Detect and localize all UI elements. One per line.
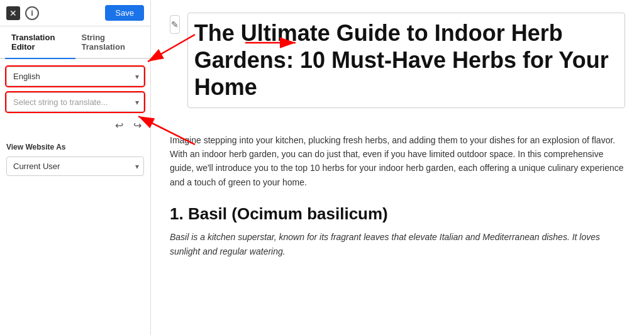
save-button[interactable]: Save [105, 5, 144, 21]
redo-button[interactable]: ↪ [131, 118, 144, 133]
section1-body: Basil is a kitchen superstar, known for … [170, 230, 625, 258]
undo-redo-bar: ↩ ↪ [6, 118, 144, 133]
string-select-wrapper: Select string to translate... [6, 92, 144, 112]
panel-body: English Spanish French German Italian Se… [0, 59, 150, 335]
view-website-as-section: View Website As Current User Visitor Adm… [6, 143, 144, 176]
top-bar-left: ✕ i [6, 6, 39, 20]
language-select[interactable]: English Spanish French German Italian [6, 67, 144, 86]
close-button[interactable]: ✕ [6, 6, 20, 20]
tabs-container: Translation Editor String Translation [0, 26, 150, 59]
view-website-as-label: View Website As [6, 143, 144, 151]
edit-title-button[interactable]: ✎ [170, 15, 180, 34]
view-as-select[interactable]: Current User Visitor Admin [6, 157, 144, 176]
right-content: ✎ The Ultimate Guide to Indoor Herb Gard… [151, 0, 644, 335]
section1-heading: 1. Basil (Ocimum basilicum) [170, 204, 625, 224]
title-block: ✎ The Ultimate Guide to Indoor Herb Gard… [170, 13, 625, 121]
tab-translation-editor[interactable]: Translation Editor [5, 26, 75, 59]
article-title: The Ultimate Guide to Indoor Herb Garden… [187, 13, 625, 108]
undo-button[interactable]: ↩ [113, 118, 126, 133]
info-button[interactable]: i [25, 6, 39, 20]
view-as-select-wrapper: Current User Visitor Admin [6, 157, 144, 176]
article-intro: Imagine stepping into your kitchen, pluc… [170, 133, 625, 190]
tab-string-translation[interactable]: String Translation [75, 26, 146, 59]
language-select-wrapper: English Spanish French German Italian [6, 67, 144, 86]
top-bar: ✕ i Save [0, 0, 150, 26]
string-select[interactable]: Select string to translate... [6, 92, 144, 112]
pencil-icon: ✎ [171, 19, 179, 30]
